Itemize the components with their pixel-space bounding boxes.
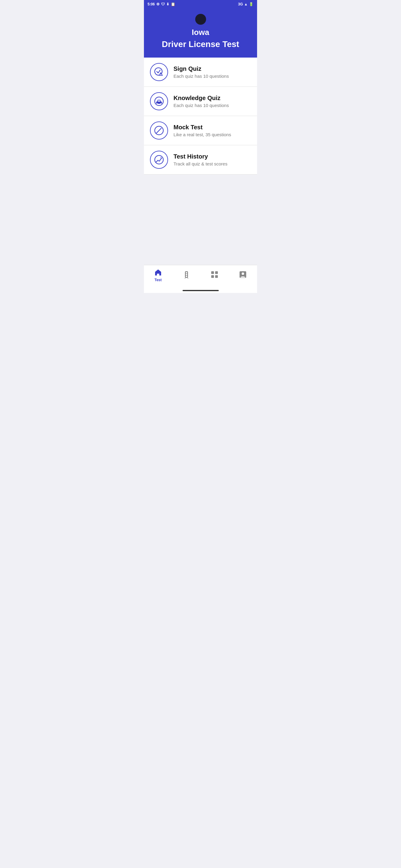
- nav-apps[interactable]: [201, 270, 229, 280]
- knowledge-quiz-title: Knowledge Quiz: [173, 95, 251, 101]
- mock-test-icon: [150, 121, 168, 140]
- svg-point-16: [185, 276, 187, 277]
- svg-point-7: [160, 103, 162, 104]
- memory-icon: 📋: [171, 2, 175, 6]
- network-label: 3G: [238, 2, 243, 6]
- svg-point-24: [242, 273, 244, 275]
- shield-icon: 🛡: [161, 2, 165, 6]
- knowledge-quiz-subtitle: Each quiz has 10 questions: [173, 103, 251, 108]
- header: Iowa Driver License Test: [144, 8, 257, 58]
- empty-content-area: [144, 175, 257, 265]
- svg-line-18: [188, 278, 188, 278]
- svg-point-12: [155, 156, 163, 164]
- test-history-icon: [150, 151, 168, 169]
- test-history-item[interactable]: Test History Track all quiz & test score…: [144, 145, 257, 175]
- sign-quiz-item[interactable]: Sign Quiz Each quiz has 10 questions: [144, 58, 257, 87]
- home-icon: [154, 268, 162, 277]
- test-history-title: Test History: [173, 153, 251, 160]
- nav-test[interactable]: Test: [144, 268, 172, 282]
- sign-quiz-icon: [150, 63, 168, 81]
- apps-icon: [210, 270, 219, 279]
- svg-line-10: [156, 128, 161, 133]
- svg-rect-8: [158, 100, 160, 101]
- status-bar: 5:06 ⚙ 🛡 ⬇ 📋 3G ▲ 🔋: [144, 0, 257, 8]
- nav-profile[interactable]: [229, 270, 257, 280]
- svg-rect-21: [211, 275, 214, 278]
- mock-test-text: Mock Test Like a real test, 35 questions: [173, 124, 251, 137]
- bottom-navigation: Test: [144, 265, 257, 288]
- svg-point-15: [185, 274, 187, 276]
- sign-quiz-subtitle: Each quiz has 10 questions: [173, 73, 251, 79]
- status-right: 3G ▲ 🔋: [238, 2, 254, 6]
- svg-point-3: [161, 75, 161, 75]
- knowledge-quiz-text: Knowledge Quiz Each quiz has 10 question…: [173, 95, 251, 108]
- status-left: 5:06 ⚙ 🛡 ⬇ 📋: [147, 2, 175, 6]
- nav-traffic[interactable]: [172, 270, 201, 280]
- sign-quiz-title: Sign Quiz: [173, 65, 251, 72]
- svg-point-14: [185, 272, 187, 274]
- page-title: Driver License Test: [150, 39, 251, 49]
- traffic-light-icon: [182, 270, 191, 279]
- svg-rect-20: [215, 271, 218, 274]
- signal-icon: ▲: [244, 2, 248, 6]
- svg-point-6: [156, 103, 158, 104]
- state-title: Iowa: [150, 28, 251, 37]
- test-history-subtitle: Track all quiz & test scores: [173, 161, 251, 166]
- mock-test-title: Mock Test: [173, 124, 251, 131]
- mock-test-subtitle: Like a real test, 35 questions: [173, 132, 251, 137]
- knowledge-quiz-icon: [150, 92, 168, 110]
- sign-quiz-text: Sign Quiz Each quiz has 10 questions: [173, 65, 251, 79]
- svg-rect-22: [215, 275, 218, 278]
- svg-rect-19: [211, 271, 214, 274]
- home-bar: [182, 290, 219, 291]
- status-time: 5:06: [147, 2, 155, 6]
- test-history-text: Test History Track all quiz & test score…: [173, 153, 251, 166]
- battery-icon: 🔋: [249, 2, 254, 6]
- settings-icon: ⚙: [156, 2, 160, 6]
- profile-icon: [239, 270, 247, 279]
- knowledge-quiz-item[interactable]: Knowledge Quiz Each quiz has 10 question…: [144, 87, 257, 116]
- mock-test-item[interactable]: Mock Test Like a real test, 35 questions: [144, 116, 257, 145]
- nav-test-label: Test: [154, 278, 162, 282]
- svg-line-17: [185, 278, 185, 278]
- menu-list: Sign Quiz Each quiz has 10 questions Kno…: [144, 58, 257, 175]
- svg-line-11: [156, 133, 157, 133]
- camera-notch: [195, 14, 206, 25]
- home-indicator: [144, 288, 257, 293]
- download-icon: ⬇: [166, 2, 169, 6]
